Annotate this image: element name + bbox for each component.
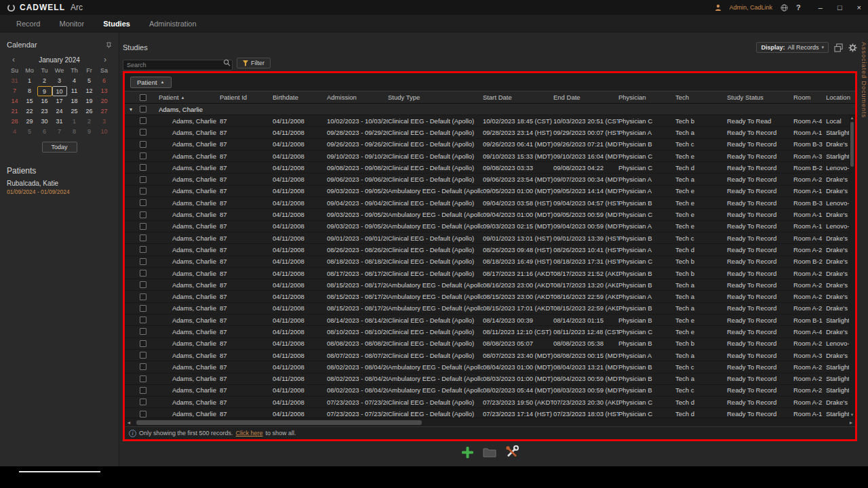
row-checkbox[interactable] [140,211,146,218]
cascade-windows-icon[interactable] [834,43,843,52]
row-checkbox[interactable] [140,375,146,382]
row-checkbox[interactable] [140,235,146,241]
filter-button[interactable]: Filter [237,58,271,68]
calendar-day[interactable]: 18 [67,96,82,106]
table-row[interactable]: Adams, Charlie8704/11/200808/02/2023 - 0… [125,373,855,385]
calendar-day[interactable]: 12 [82,86,97,96]
table-row[interactable]: Adams, Charlie8704/11/200809/03/2023 - 0… [125,209,855,220]
calendar-day[interactable]: 25 [67,106,82,117]
calendar-day[interactable]: 27 [97,106,112,117]
column-header-patient-id[interactable]: Patient Id [220,94,273,101]
table-row[interactable]: Adams, Charlie8704/11/200808/10/2023 - 0… [125,326,855,338]
calendar-day[interactable]: 7 [52,127,67,137]
column-header-room[interactable]: Room [793,94,826,101]
calendar-day[interactable]: 8 [67,127,82,137]
calendar-day[interactable]: 20 [97,96,112,106]
row-checkbox[interactable] [140,305,146,312]
pin-icon[interactable] [106,42,112,48]
calendar-day[interactable]: 23 [37,106,52,117]
horizontal-scrollbar[interactable]: ◄ ► [125,418,855,426]
tab-monitor[interactable]: Monitor [50,15,94,33]
calendar-day[interactable]: 16 [37,96,52,106]
scroll-right-arrow[interactable]: ► [847,420,855,425]
row-checkbox[interactable] [140,411,146,418]
calendar-day[interactable]: 22 [22,106,37,117]
table-row[interactable]: Adams, Charlie8704/11/200808/14/2023 - 0… [125,314,855,326]
row-checkbox[interactable] [140,352,146,359]
add-study-button[interactable] [461,446,474,459]
column-header-end-date[interactable]: End Date [553,94,618,101]
table-row[interactable]: Adams, Charlie8704/11/200809/03/2023 - 0… [125,186,855,197]
calendar-day[interactable]: 30 [37,117,52,127]
row-checkbox[interactable] [140,188,146,195]
column-header-admission[interactable]: Admission [327,94,388,101]
calendar-next-button[interactable]: › [101,55,109,64]
table-row[interactable]: Adams, Charlie8704/11/200808/17/2023 - 0… [125,268,855,279]
calendar-day[interactable]: 31 [52,117,67,127]
calendar-day[interactable]: 13 [97,86,112,96]
calendar-day[interactable]: 1 [22,76,37,86]
calendar-day[interactable]: 5 [22,127,37,137]
scroll-left-arrow[interactable]: ◄ [125,420,133,425]
collapse-group-icon[interactable]: ▾ [125,106,140,113]
row-checkbox[interactable] [140,129,146,136]
row-checkbox[interactable] [140,223,146,230]
calendar-day[interactable]: 17 [52,96,67,106]
table-row[interactable]: Adams, Charlie8704/11/200809/28/2023 - 0… [125,127,855,138]
calendar-day[interactable]: 15 [22,96,37,106]
table-row[interactable]: Adams, Charlie8704/11/200809/04/2023 - 0… [125,197,855,209]
select-all-checkbox[interactable] [140,94,146,101]
row-checkbox[interactable] [140,164,146,171]
row-checkbox[interactable] [140,317,146,323]
calendar-day[interactable]: 2 [37,76,52,86]
help-icon[interactable]: ? [796,3,801,12]
close-button[interactable]: × [857,3,861,12]
table-row[interactable]: Adams, Charlie8704/11/200810/02/2023 - 1… [125,115,855,127]
row-checkbox[interactable] [140,152,146,159]
row-checkbox[interactable] [140,340,146,347]
table-row[interactable]: Adams, Charlie8704/11/200809/10/2023 - 0… [125,150,855,162]
group-by-chip[interactable]: Patient ▲ [130,77,172,88]
row-checkbox[interactable] [140,141,146,148]
calendar-day[interactable]: 1 [67,117,82,127]
column-header-patient[interactable]: Patient▲ [159,94,220,101]
tab-administration[interactable]: Administration [140,15,206,33]
user-label[interactable]: Admin, CadLink [730,4,773,11]
group-checkbox[interactable] [140,106,146,113]
row-checkbox[interactable] [140,387,146,394]
table-row[interactable]: Adams, Charlie8704/11/200809/06/2023 - 0… [125,174,855,185]
calendar-day[interactable]: 3 [52,76,67,86]
globe-icon[interactable] [781,4,788,12]
row-checkbox[interactable] [140,246,146,253]
scroll-up-arrow[interactable]: ▲ [850,115,854,121]
table-row[interactable]: Adams, Charlie8704/11/200808/08/2023 - 0… [125,338,855,350]
row-checkbox[interactable] [140,363,146,370]
calendar-day[interactable]: 7 [7,86,22,96]
row-checkbox[interactable] [140,176,146,183]
calendar-day[interactable]: 11 [67,86,82,96]
maximize-button[interactable]: □ [837,3,842,12]
table-row[interactable]: Adams, Charlie8704/11/200809/08/2023 - 0… [125,162,855,174]
table-row[interactable]: Adams, Charlie8704/11/200809/01/2023 - 0… [125,232,855,244]
tab-record[interactable]: Record [7,15,50,33]
table-row[interactable]: Adams, Charlie8704/11/200808/26/2023 - 0… [125,244,855,256]
row-checkbox[interactable] [140,399,146,405]
calendar-day[interactable]: 31 [7,76,22,86]
column-header-physician[interactable]: Physician [618,94,675,101]
calendar-day[interactable]: 29 [22,117,37,127]
table-row[interactable]: Adams, Charlie8704/11/200808/02/2023 - 0… [125,361,855,373]
patient-list-item[interactable]: Rubalcada, Katie01/09/2024 - 01/09/2024 [0,176,119,195]
tab-studies[interactable]: Studies [94,15,140,33]
calendar-day[interactable]: 4 [67,76,82,86]
table-row[interactable]: Adams, Charlie8704/11/200808/15/2023 - 0… [125,303,855,314]
row-checkbox[interactable] [140,199,146,206]
row-checkbox[interactable] [140,293,146,300]
vertical-scrollbar[interactable]: ▲ ▼ [849,115,855,418]
calendar-day[interactable]: 28 [7,117,22,127]
calendar-day[interactable]: 9 [37,86,52,96]
row-checkbox[interactable] [140,281,146,288]
table-row[interactable]: Adams, Charlie8704/11/200808/07/2023 - 0… [125,350,855,361]
calendar-day[interactable]: 5 [82,76,97,86]
column-header-tech[interactable]: Tech [675,94,727,101]
table-row[interactable]: Adams, Charlie8704/11/200808/02/2023 - 0… [125,385,855,396]
